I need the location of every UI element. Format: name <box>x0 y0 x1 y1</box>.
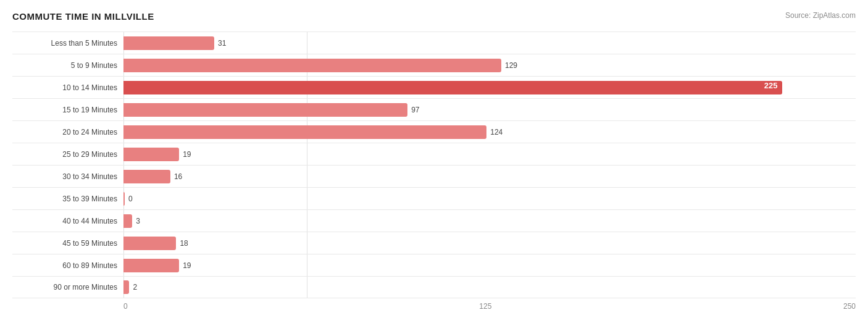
bar-label: 90 or more Minutes <box>12 283 123 292</box>
bar-row: 5 to 9 Minutes129 <box>12 54 856 76</box>
bar-value: 124 <box>490 128 503 136</box>
chart-body: Less than 5 Minutes315 to 9 Minutes12910… <box>12 31 856 298</box>
bar-label: 40 to 44 Minutes <box>12 217 123 225</box>
bar-value: 2 <box>133 283 137 292</box>
bar-label: 30 to 34 Minutes <box>12 172 123 181</box>
bar-value: 0 <box>128 195 133 203</box>
bar-label: 10 to 14 Minutes <box>12 83 123 92</box>
bar-row: 25 to 29 Minutes19 <box>12 143 856 165</box>
bar-fill <box>123 36 214 50</box>
bar-row: 20 to 24 Minutes124 <box>12 120 856 143</box>
bar-row: 90 or more Minutes2 <box>12 276 856 298</box>
bar-label: 20 to 24 Minutes <box>12 128 123 136</box>
bar-value: 31 <box>218 39 226 48</box>
bar-fill <box>123 259 179 272</box>
bar-track: 2 <box>123 277 856 298</box>
bar-label: Less than 5 Minutes <box>12 39 123 48</box>
bar-fill <box>123 214 132 228</box>
chart-source: Source: ZipAtlas.com <box>785 11 856 20</box>
bar-value: 3 <box>136 217 140 225</box>
bar-fill <box>123 148 179 161</box>
bar-fill <box>123 237 176 250</box>
bar-row: 15 to 19 Minutes97 <box>12 98 856 120</box>
bar-row: 45 to 59 Minutes18 <box>12 232 856 254</box>
bar-track: 97 <box>123 99 856 120</box>
bar-row: 60 to 89 Minutes19 <box>12 254 856 276</box>
bar-track: 124 <box>123 121 856 143</box>
bar-row: 30 to 34 Minutes16 <box>12 165 856 187</box>
bar-track: 3 <box>123 210 856 232</box>
bar-row: Less than 5 Minutes31 <box>12 31 856 54</box>
x-axis: 0125250 <box>123 302 856 311</box>
bar-track: 19 <box>123 143 856 165</box>
x-axis-inner: 0125250 <box>123 302 856 311</box>
bar-value: 19 <box>183 150 191 159</box>
bar-fill <box>123 103 407 117</box>
chart-container: COMMUTE TIME IN MILLVILLE Source: ZipAtl… <box>0 0 868 323</box>
bar-fill <box>123 59 501 72</box>
chart-header: COMMUTE TIME IN MILLVILLE Source: ZipAtl… <box>12 11 856 22</box>
bar-track: 19 <box>123 254 856 276</box>
bar-fill <box>123 170 170 183</box>
bar-label: 45 to 59 Minutes <box>12 239 123 248</box>
bar-track: 16 <box>123 166 856 187</box>
bar-value: 18 <box>180 239 188 248</box>
bar-fill <box>123 192 125 206</box>
bar-track: 0 <box>123 188 856 209</box>
bar-row: 40 to 44 Minutes3 <box>12 209 856 232</box>
bar-label: 60 to 89 Minutes <box>12 261 123 270</box>
bar-value: 19 <box>183 261 191 270</box>
bar-fill <box>123 280 129 294</box>
bar-track: 18 <box>123 232 856 254</box>
bar-fill: 225 <box>123 81 782 94</box>
bar-value: 97 <box>411 106 419 114</box>
bar-fill <box>123 125 486 139</box>
bar-row: 10 to 14 Minutes225 <box>12 76 856 98</box>
bar-track: 225 <box>123 77 856 98</box>
bar-value: 225 <box>764 81 778 90</box>
bar-label: 5 to 9 Minutes <box>12 61 123 70</box>
bar-value: 129 <box>505 61 517 70</box>
bar-row: 35 to 39 Minutes0 <box>12 187 856 209</box>
bar-label: 25 to 29 Minutes <box>12 150 123 159</box>
x-axis-tick: 125 <box>479 302 491 311</box>
bar-track: 129 <box>123 54 856 76</box>
bar-label: 15 to 19 Minutes <box>12 106 123 114</box>
bar-track: 31 <box>123 32 856 54</box>
x-axis-tick: 0 <box>123 302 128 311</box>
bar-value: 16 <box>174 172 182 181</box>
x-axis-tick: 250 <box>843 302 856 311</box>
chart-title: COMMUTE TIME IN MILLVILLE <box>12 11 154 22</box>
bar-label: 35 to 39 Minutes <box>12 195 123 203</box>
